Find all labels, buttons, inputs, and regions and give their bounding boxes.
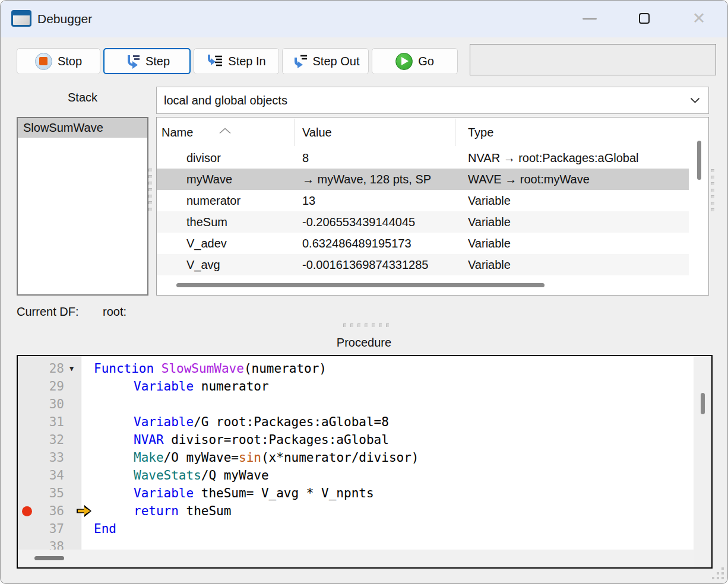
breakpoint-icon[interactable] — [22, 506, 32, 516]
table-row[interactable]: numerator13Variable — [157, 190, 689, 211]
table-row[interactable]: V_adev0.632486489195173Variable — [157, 233, 689, 254]
step-in-button[interactable]: Step In — [194, 48, 279, 74]
breakpoint-gutter[interactable] — [18, 395, 33, 413]
table-cell: NVAR → root:Packages:aGlobal — [461, 151, 689, 165]
stack-item[interactable]: SlowSumWave — [18, 118, 147, 138]
breakpoint-gutter[interactable] — [18, 360, 33, 377]
code-lines[interactable]: 28▼Function SlowSumWave(numerator)29Vari… — [18, 360, 694, 550]
fold-gutter — [64, 484, 81, 502]
window-title: Debugger — [37, 1, 92, 37]
objects-table-rows: divisor8NVAR → root:Packages:aGlobalmyWa… — [157, 147, 689, 275]
right-splitter-handle[interactable] — [711, 169, 714, 211]
table-row[interactable]: myWave→ myWave, 128 pts, SPWAVE → root:m… — [157, 169, 689, 190]
chevron-down-icon — [690, 97, 700, 104]
column-header-type[interactable]: Type — [461, 126, 708, 139]
step-in-icon — [207, 54, 223, 69]
step-in-button-label: Step In — [228, 55, 265, 68]
line-number: 35 — [33, 484, 64, 502]
stack-list[interactable]: SlowSumWave — [17, 117, 148, 296]
horizontal-splitter-handle[interactable] — [343, 323, 389, 327]
column-divider[interactable] — [295, 119, 295, 146]
table-vertical-scrollbar-thumb[interactable] — [697, 141, 701, 180]
code-line[interactable]: 32NVAR divisor=root:Packages:aGlobal — [18, 431, 694, 449]
step-out-button-label: Step Out — [313, 55, 360, 68]
code-line[interactable]: 37End — [18, 520, 694, 538]
breakpoint-gutter[interactable] — [18, 449, 33, 466]
procedure-code-panel[interactable]: 28▼Function SlowSumWave(numerator)29Vari… — [17, 355, 713, 569]
breakpoint-gutter[interactable] — [18, 502, 33, 520]
stop-button-label: Stop — [58, 55, 82, 68]
code-line[interactable]: 36return theSum — [18, 502, 694, 520]
resize-grip-icon[interactable] — [711, 567, 724, 580]
current-df-row: Current DF: root: — [17, 305, 78, 319]
current-df-value: root: — [103, 305, 126, 319]
table-row[interactable]: divisor8NVAR → root:Packages:aGlobal — [157, 147, 689, 169]
table-cell: → myWave, 128 pts, SP — [301, 173, 461, 186]
table-horizontal-scrollbar-thumb[interactable] — [176, 283, 545, 287]
code-text — [81, 395, 134, 413]
debugger-window: Debugger ✕ Stop Step Step In — [0, 0, 728, 584]
table-cell: -0.206553439144045 — [301, 215, 461, 229]
code-text: return theSum — [81, 502, 231, 520]
line-number: 28 — [33, 360, 64, 377]
column-divider[interactable] — [455, 119, 455, 146]
code-line[interactable]: 28▼Function SlowSumWave(numerator) — [18, 360, 694, 377]
code-vertical-scrollbar-thumb[interactable] — [701, 393, 705, 414]
step-out-button[interactable]: Step Out — [282, 48, 369, 74]
stop-button[interactable]: Stop — [17, 48, 100, 74]
table-cell: V_adev — [157, 237, 301, 250]
step-button[interactable]: Step — [103, 48, 191, 74]
table-cell: -0.00161369874331285 — [301, 258, 461, 272]
close-icon: ✕ — [692, 11, 706, 27]
objects-dropdown[interactable]: local and global objects — [156, 87, 709, 114]
table-cell: Variable — [461, 215, 689, 229]
line-number: 37 — [33, 520, 64, 538]
code-line[interactable]: 35Variable theSum= V_avg * V_npnts — [18, 484, 694, 502]
code-line[interactable]: 30 — [18, 395, 694, 413]
objects-table: Name Value Type divisor8NVAR → root:Pack… — [156, 117, 709, 296]
code-text: Make/O myWave=sin(x*numerator/divisor) — [81, 449, 419, 466]
window-icon — [11, 10, 31, 27]
code-line[interactable]: 29Variable numerator — [18, 377, 694, 395]
breakpoint-gutter[interactable] — [18, 377, 33, 395]
stack-label: Stack — [17, 91, 148, 104]
table-row[interactable]: theSum-0.206553439144045Variable — [157, 211, 689, 233]
breakpoint-gutter[interactable] — [18, 538, 33, 550]
breakpoint-gutter[interactable] — [18, 466, 33, 484]
column-header-value[interactable]: Value — [301, 126, 461, 139]
left-splitter-handle[interactable] — [148, 169, 152, 211]
line-number: 36 — [33, 502, 64, 520]
table-row[interactable]: V_avg-0.00161369874331285Variable — [157, 254, 689, 275]
fold-gutter — [64, 466, 81, 484]
close-button[interactable]: ✕ — [680, 5, 717, 31]
line-number: 30 — [33, 395, 64, 413]
go-icon — [395, 53, 413, 70]
breakpoint-gutter[interactable] — [18, 520, 33, 538]
code-line[interactable]: 34WaveStats/Q myWave — [18, 466, 694, 484]
current-df-label: Current DF: — [17, 305, 78, 318]
objects-dropdown-value: local and global objects — [164, 94, 287, 107]
step-button-label: Step — [145, 55, 170, 68]
code-line[interactable]: 33Make/O myWave=sin(x*numerator/divisor) — [18, 449, 694, 466]
title-bar[interactable]: Debugger ✕ — [1, 1, 727, 37]
program-counter-icon — [77, 505, 91, 517]
code-horizontal-scrollbar-thumb[interactable] — [34, 556, 64, 560]
breakpoint-gutter[interactable] — [18, 431, 33, 449]
go-button[interactable]: Go — [372, 48, 458, 74]
fold-triangle-icon[interactable]: ▼ — [69, 360, 74, 377]
code-line[interactable]: 31Variable/G root:Packages:aGlobal=8 — [18, 413, 694, 431]
step-out-icon — [292, 54, 308, 69]
maximize-button[interactable] — [626, 5, 663, 31]
code-line[interactable]: 38 — [18, 538, 694, 550]
breakpoint-gutter[interactable] — [18, 413, 33, 431]
table-cell: theSum — [157, 215, 301, 229]
breakpoint-gutter[interactable] — [18, 484, 33, 502]
minimize-button[interactable] — [571, 5, 608, 31]
code-horizontal-scrollbar[interactable] — [18, 550, 694, 567]
table-cell: WAVE → root:myWave — [461, 173, 689, 186]
code-text: WaveStats/Q myWave — [81, 466, 269, 484]
objects-table-header: Name Value Type — [157, 118, 708, 147]
table-cell: 13 — [301, 194, 461, 208]
code-vertical-scrollbar[interactable] — [694, 356, 711, 567]
column-header-name[interactable]: Name — [157, 126, 301, 139]
